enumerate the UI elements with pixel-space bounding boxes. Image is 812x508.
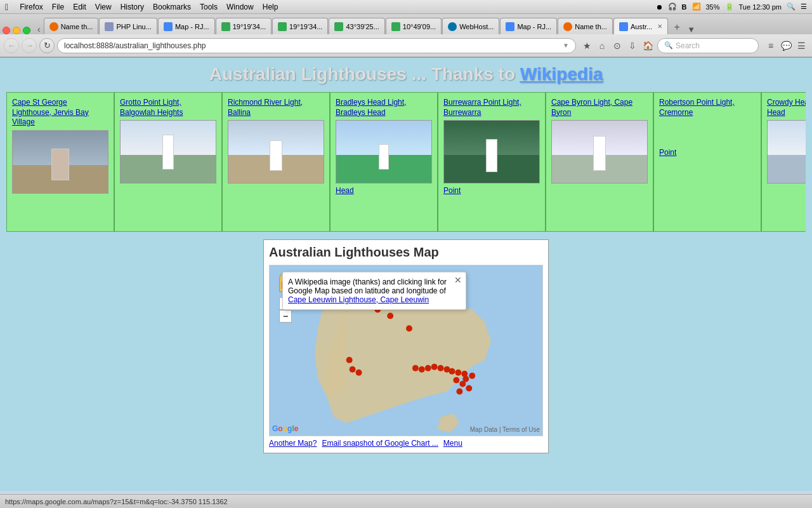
chat-btn[interactable]: 💬 [779, 39, 793, 53]
lighthouse-link-5[interactable]: Burrewarra Point Light, Burrewarra [443, 98, 540, 117]
lighthouse-card-3: Richmond River Light, Ballina [222, 92, 330, 232]
tab-favicon-8 [448, 22, 457, 31]
svg-marker-1 [315, 304, 346, 398]
menu-file[interactable]: File [52, 3, 64, 11]
tab-tab5[interactable]: 19°19'34... [272, 18, 328, 34]
battery-icon: 🔋 [725, 3, 734, 11]
lighthouse-link-8[interactable]: Crowdy Head Light, Crowdy Head [767, 98, 806, 117]
lighthouse-link-4[interactable]: Bradleys Head Light, Bradleys Head [336, 98, 432, 117]
lighthouses-grid: Cape St George Lighthouse, Jervis Bay Vi… [6, 92, 806, 232]
another-map-link[interactable]: Another Map? [269, 439, 317, 448]
tab-tab7[interactable]: 10°49'09... [386, 18, 442, 34]
lighthouse-extra-link-7[interactable]: Point [659, 148, 756, 158]
forward-btn[interactable]: → [22, 38, 37, 53]
tab-tab3[interactable]: Map - RJ... [158, 18, 215, 34]
url-dropdown-icon[interactable]: ▼ [563, 42, 569, 49]
battery-level: 35% [706, 3, 720, 11]
lighthouse-card-2: Grotto Point Light, Balgowlah Heights [114, 92, 222, 232]
lighthouse-image-1 [12, 130, 108, 194]
tab-label-2: PHP Linu... [116, 23, 151, 30]
search-menubar-icon[interactable]: 🔍 [787, 3, 796, 11]
lighthouse-card-6: Cape Byron Light, Cape Byron [546, 92, 653, 232]
menu-edit[interactable]: Edit [73, 3, 86, 11]
menu-bookmarks[interactable]: Bookmarks [153, 3, 191, 11]
lighthouse-link-3[interactable]: Richmond River Light, Ballina [228, 98, 324, 117]
lighthouse-link-6[interactable]: Cape Byron Light, Cape Byron [551, 98, 648, 117]
home-btn[interactable]: 🏠 [641, 39, 655, 53]
map-title: Australian Lighthouses Map [269, 245, 543, 260]
zoom-out-btn[interactable]: − [279, 310, 292, 323]
new-tab-btn[interactable]: + [670, 20, 684, 34]
svg-point-21 [406, 325, 412, 331]
lighthouse-link-7[interactable]: Robertson Point Light, Cremorne [659, 98, 756, 117]
tab-tab10[interactable]: Name th... [558, 18, 613, 34]
tab-favicon-1 [49, 22, 58, 31]
home-away-btn[interactable]: ⌂ [595, 39, 609, 53]
tower-3 [270, 140, 282, 171]
nav-bar: ← → ↻ localhost:8888/australian_lighthou… [0, 34, 812, 57]
reader-view-btn[interactable]: ≡ [764, 39, 778, 53]
tab-list-btn[interactable]: ▼ [687, 25, 695, 34]
menu-firefox[interactable]: Firefox [20, 3, 43, 11]
menu-link[interactable]: Menu [443, 439, 462, 448]
email-snapshot-link[interactable]: Email snapshot of Google Chart ... [322, 439, 438, 448]
bookmark-star-btn[interactable]: ★ [580, 39, 594, 53]
download-btn[interactable]: ⇩ [625, 39, 639, 53]
tab-tab4[interactable]: 19°19'34... [216, 18, 272, 34]
svg-point-14 [431, 364, 438, 370]
list-icon[interactable]: ☰ [801, 3, 807, 11]
search-box[interactable]: 🔍 Search [657, 38, 759, 53]
popup-text: A Wikipedia image (thanks) and clicking … [288, 277, 447, 295]
b-icon: B [682, 3, 687, 11]
window-maximize-btn[interactable] [23, 27, 30, 34]
tower-4 [379, 144, 389, 170]
svg-point-13 [438, 365, 444, 371]
svg-point-8 [469, 373, 475, 379]
tower-6 [593, 136, 606, 171]
popup-link[interactable]: Cape Leeuwin Lighthouse, Cape Leeuwin [288, 295, 429, 304]
tab-label-1: Name th... [61, 23, 93, 30]
menu-tools[interactable]: Tools [200, 3, 218, 11]
menubar-right: ⏺ 🎧 B 📶 35% 🔋 Tue 12:30 pm 🔍 ☰ [656, 3, 807, 11]
toolbar-icons: ★ ⌂ ⊙ ⇩ 🏠 [580, 39, 655, 53]
menu-help[interactable]: Help [263, 3, 278, 11]
pocket-btn[interactable]: ⊙ [610, 39, 624, 53]
tab-tab1[interactable]: Name th... [44, 18, 99, 34]
browser-chrome: ‹ Name th... PHP Linu... Map - RJ... 19°… [0, 14, 812, 58]
overflow-menu-btn[interactable]: ☰ [794, 39, 808, 53]
tab-label-10: Name th... [575, 23, 607, 30]
menu-view[interactable]: View [95, 3, 112, 11]
lighthouse-link-1[interactable]: Cape St George Lighthouse, Jervis Bay Vi… [12, 98, 108, 128]
lighthouse-link-2[interactable]: Grotto Point Light, Balgowlah Heights [120, 98, 216, 117]
window-minimize-btn[interactable] [13, 27, 20, 34]
tab-tab6[interactable]: 43°39'25... [329, 18, 384, 34]
tab-favicon-3 [164, 22, 173, 31]
back-btn[interactable]: ← [4, 38, 19, 53]
tab-label-7: 10°49'09... [403, 23, 436, 30]
tab-tab11[interactable]: Austr... ✕ [613, 18, 668, 34]
lighthouse-extra-link-4[interactable]: Head [336, 186, 432, 196]
apple-menu-icon[interactable]:  [5, 2, 8, 12]
tab-tab8[interactable]: WebHost... [442, 18, 499, 34]
tab-favicon-10 [563, 22, 572, 31]
tab-label-8: WebHost... [459, 23, 494, 30]
tab-close-btn[interactable]: ✕ [657, 23, 662, 30]
window-close-btn[interactable] [3, 27, 10, 34]
lighthouse-image-2 [120, 120, 216, 184]
tab-tab2[interactable]: PHP Linu... [99, 18, 157, 34]
wikipedia-link[interactable]: Wikipedia [520, 64, 603, 84]
tab-label-11: Austr... [631, 23, 652, 30]
url-bar[interactable]: localhost:8888/australian_lighthouses.ph… [57, 38, 576, 53]
tab-tab9[interactable]: Map - RJ... [500, 18, 557, 34]
map-bottom-links: Another Map? Email snapshot of Google Ch… [269, 439, 543, 448]
search-icon: 🔍 [664, 41, 673, 50]
popup-close-btn[interactable]: ✕ [454, 275, 462, 285]
lighthouse-extra-link-5[interactable]: Point [443, 186, 540, 196]
svg-point-9 [461, 371, 468, 377]
menu-window[interactable]: Window [226, 3, 254, 11]
menu-history[interactable]: History [121, 3, 144, 11]
svg-point-6 [453, 377, 459, 384]
svg-point-19 [350, 366, 356, 373]
tab-back-btn[interactable]: ‹ [35, 24, 43, 34]
reload-btn[interactable]: ↻ [39, 38, 55, 53]
